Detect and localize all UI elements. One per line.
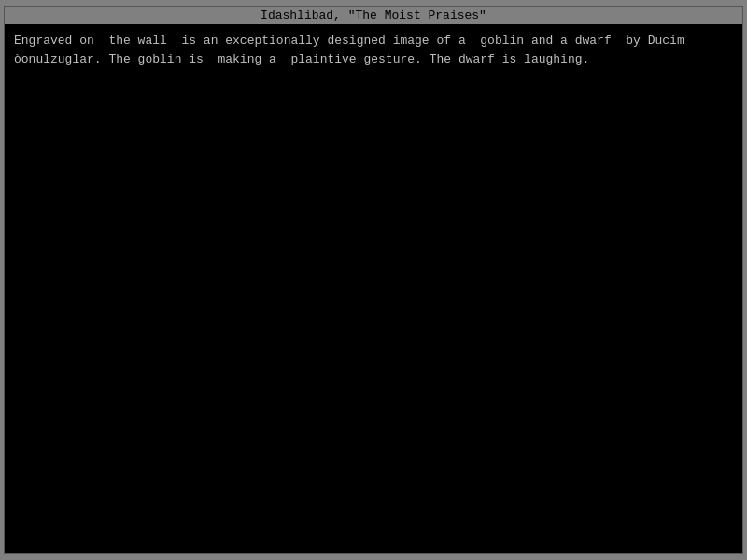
main-window: Idashlibad, "The Moist Praises" Engraved…	[4, 6, 743, 554]
engraving-description: Engraved on the wall is an exceptionally…	[14, 34, 698, 66]
content-area: Engraved on the wall is an exceptionally…	[5, 24, 742, 553]
title-bar: Idashlibad, "The Moist Praises"	[5, 7, 742, 24]
window-title: Idashlibad, "The Moist Praises"	[261, 8, 486, 22]
